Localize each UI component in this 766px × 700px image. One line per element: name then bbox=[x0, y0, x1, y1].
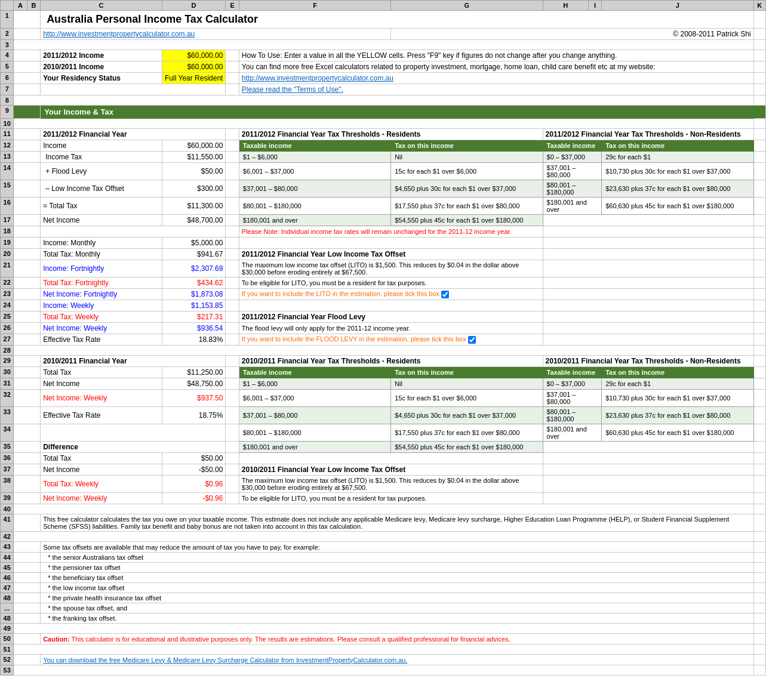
fy2011-netincome-weekly-label: Net Income: Weekly bbox=[43, 324, 107, 332]
threshold-2011-residents-title: 2011/2012 Financial Year Tax Thresholds … bbox=[242, 130, 421, 138]
t2011nr-row0-tax: 29c for each $1 bbox=[605, 153, 651, 161]
row-49: 49 bbox=[1, 624, 14, 634]
row-41: 41 bbox=[1, 514, 14, 532]
caution-text: This calculator is for educational and i… bbox=[72, 636, 510, 643]
diff-totaltax-weekly-value: $0.96 bbox=[205, 480, 223, 488]
disclaimer-line2: Some tax offsets are available that may … bbox=[43, 544, 320, 551]
flood-levy-checkbox[interactable] bbox=[468, 336, 476, 344]
col-i: I bbox=[588, 1, 601, 11]
row-48: 48 bbox=[1, 593, 14, 603]
t2011r-row3-tax: $17,550 plus 37c for each $1 over $80,00… bbox=[395, 202, 519, 209]
fy2011-effective-tax-label: Effective Tax Rate bbox=[43, 335, 100, 344]
lito-2011-line1: The maximum low income tax offset (LITO)… bbox=[242, 261, 519, 276]
t2011nr-row1-tax: $10,730 plus 30c for each $1 over $37,00… bbox=[605, 168, 730, 175]
offset-7: * the franking tax offset. bbox=[48, 615, 116, 622]
t2011r-row0-income: $1 – $6,000 bbox=[243, 153, 278, 161]
t2010r-row4-income: $180,001 and over bbox=[243, 443, 298, 451]
threshold-col2-header: Tax on this income bbox=[395, 142, 454, 149]
row-24: 24 bbox=[1, 300, 14, 312]
row-16: 16 bbox=[1, 198, 14, 215]
threshold-2011-nonresidents-title: 2011/2012 Financial Year Tax Thresholds … bbox=[546, 130, 741, 138]
row-3: 3 bbox=[1, 40, 14, 50]
row-10: 10 bbox=[1, 119, 14, 129]
row-48b: 48 bbox=[1, 613, 14, 624]
row-19: 19 bbox=[1, 238, 14, 249]
col-g: G bbox=[391, 1, 543, 11]
col-h: H bbox=[543, 1, 588, 11]
row-36: 36 bbox=[1, 453, 14, 464]
lito-2010-title: 2010/2011 Financial Year Low Income Tax … bbox=[242, 465, 405, 474]
copyright-text: © 2008-2011 Patrick Shi bbox=[673, 30, 750, 38]
fy2011-floodlevy-value: $50.00 bbox=[201, 167, 223, 175]
fy2011-income-weekly-label: Income: Weekly bbox=[43, 301, 94, 310]
row-13: 13 bbox=[1, 152, 14, 163]
row-43: 43 bbox=[1, 542, 14, 553]
col-f: F bbox=[239, 1, 390, 11]
row-35: 35 bbox=[1, 442, 14, 453]
row-23: 23 bbox=[1, 289, 14, 300]
income-2010-label: 2010/2011 Income bbox=[43, 63, 104, 71]
t2011nr-row3-tax: $60,630 plus 45c for each $1 over $180,0… bbox=[605, 202, 734, 209]
row-27: 27 bbox=[1, 334, 14, 346]
fy2011-netincome-monthly-label: Income: Fortnightly bbox=[43, 264, 104, 273]
website-link[interactable]: http://www.investmentpropertycalculator.… bbox=[43, 30, 195, 38]
fy2011-income-weekly-value: $1,153.85 bbox=[191, 301, 223, 310]
row-32: 32 bbox=[1, 390, 14, 407]
fy2011-income-monthly-value: $5,000.00 bbox=[191, 239, 223, 247]
row-9: 9 bbox=[1, 106, 14, 119]
lito-2011-checkbox[interactable] bbox=[441, 291, 449, 298]
residency-value[interactable]: Full Year Resident bbox=[165, 74, 223, 82]
fy2011-incometax-value: $11,550.00 bbox=[187, 153, 223, 161]
t2010nr-row0-tax: 29c for each $1 bbox=[605, 380, 651, 387]
disclaimer-line1: This free calculator calculates the tax … bbox=[43, 516, 729, 530]
t2010nr-col2-header: Tax on this income bbox=[605, 369, 665, 376]
row-53: 53 bbox=[1, 665, 14, 676]
fy2011-totaltax-value: $11,300.00 bbox=[187, 202, 223, 210]
threshold-col1-header: Taxable income bbox=[243, 142, 292, 149]
row-14: 14 bbox=[1, 163, 14, 180]
row-4: 4 bbox=[1, 50, 14, 61]
row-7: 7 bbox=[1, 84, 14, 95]
how-to-link1[interactable]: http://www.investmentpropertycalculator.… bbox=[242, 74, 393, 82]
t2010nr-row0-income: $0 – $37,000 bbox=[547, 380, 585, 387]
download-link[interactable]: You can download the free Medicare Levy … bbox=[43, 656, 407, 664]
income-2010-value[interactable]: $60,000.00 bbox=[187, 63, 223, 71]
t2011r-row1-tax: 15c for each $1 over $6,000 bbox=[395, 168, 476, 175]
lito-2011-title: 2011/2012 Financial Year Low Income Tax … bbox=[242, 250, 405, 258]
flood-levy-checkbox-label: If you want to include the FLOOD LEVY in… bbox=[242, 335, 468, 343]
offset-3: * the beneficiary tax offset bbox=[48, 574, 123, 581]
row-5: 5 bbox=[1, 61, 14, 73]
row-18: 18 bbox=[1, 226, 14, 238]
corner-header bbox=[1, 1, 14, 11]
col-d: D bbox=[162, 1, 226, 11]
t2010r-col2-header: Tax on this income bbox=[395, 369, 454, 376]
t2010r-row2-tax: $4,650 plus 30c for each $1 over $37,000 bbox=[395, 412, 516, 419]
fy2011-floodlevy-label: + Flood Levy bbox=[45, 167, 87, 175]
row-46: 46 bbox=[1, 573, 14, 583]
fy2011-lito-label: – Low Income Tax Offset bbox=[45, 184, 124, 193]
section-header: Your Income & Tax bbox=[44, 107, 113, 116]
row-42: 42 bbox=[1, 532, 14, 542]
fy2011-header: 2011/2012 Financial Year bbox=[43, 130, 127, 138]
flood-levy-2011-title: 2011/2012 Financial Year Flood Levy bbox=[242, 313, 365, 321]
col-e: E bbox=[226, 1, 239, 11]
t2011nr-row3-income: $180,001 and over bbox=[547, 199, 587, 213]
income-2011-value[interactable]: $60,000.00 bbox=[187, 51, 223, 60]
t2010r-col1-header: Taxable income bbox=[243, 369, 292, 376]
t2011r-row2-tax: $4,650 plus 30c for each $1 over $37,000 bbox=[395, 185, 516, 192]
row-11: 11 bbox=[1, 129, 14, 140]
diff-totaltax-weekly-label: Total Tax: Weekly bbox=[43, 480, 99, 488]
row-50: 50 bbox=[1, 634, 14, 645]
fy2011-lito-value: $300.00 bbox=[197, 184, 223, 193]
fy2010-totaltax-label: Total Tax bbox=[43, 368, 71, 377]
row-38: 38 bbox=[1, 476, 14, 493]
row-12: 12 bbox=[1, 140, 14, 152]
threshold-nr-col2-header: Tax on this income bbox=[605, 142, 665, 149]
offset-5: * the private health insurance tax offse… bbox=[48, 594, 161, 602]
t2010r-row1-income: $6,001 – $37,000 bbox=[243, 394, 294, 402]
how-to-link2[interactable]: Please read the "Terms of Use". bbox=[242, 85, 343, 94]
fy2011-income-fortnightly-value: $2,307.69 bbox=[191, 264, 223, 273]
offset-2: * the pensioner tax offset bbox=[48, 564, 121, 571]
page-title: Australia Personal Income Tax Calculator bbox=[43, 11, 262, 27]
col-c: C bbox=[41, 1, 162, 11]
